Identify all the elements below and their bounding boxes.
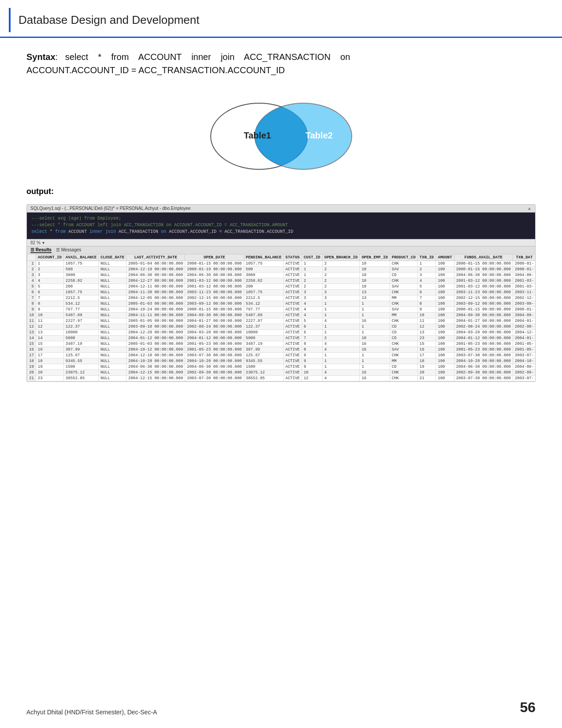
cell-funds-avail-date: 2003-09-12 00:00:00.000 (454, 301, 513, 307)
cell-amount: 100 (436, 330, 454, 336)
cell-txn-dat: 2003-11- (513, 290, 535, 295)
row-number: 10 (27, 313, 36, 318)
cell-txn-dat: 2003-09- (513, 301, 535, 307)
cell-funds-avail-date: 2001-05-23 00:00:00.000 (454, 347, 513, 353)
cell-txn-dat: 2000-01- (513, 307, 535, 313)
sql-editor: ---select avg (age) from Employee; ---se… (27, 213, 535, 239)
cell-open-branch-id: 3 (322, 295, 360, 301)
cell-txn-id: 2 (417, 267, 435, 273)
sql-tabs: ☰ Results ☰ Messages (27, 246, 535, 254)
cell-amount: 100 (436, 267, 454, 273)
cell-account-id: 18 (36, 358, 63, 364)
cell-open-branch-id: 2 (322, 284, 360, 290)
row-number: 3 (27, 273, 36, 278)
table-row: 661057.75NULL2004-11-30 00:00:00.0002003… (27, 290, 536, 295)
cell-close-date: NULL (99, 330, 127, 336)
cell-close-date: NULL (99, 324, 127, 330)
cell-product-cd: SAV (390, 307, 417, 313)
table-row: 22500NULL2004-12-19 00:00:00.0002000-01-… (27, 267, 536, 273)
cell-txn-id: 16 (417, 347, 435, 353)
cell-cust-id: 7 (301, 336, 322, 341)
cell-open-date: 2004-06-30 00:00:00.000 (185, 273, 244, 278)
cell-open-date: 2003-07-30 00:00:00.000 (185, 376, 244, 381)
cell-avail-balance: 5000 (63, 336, 98, 341)
cell-status: ACTIVE (283, 364, 301, 370)
cell-avail-balance: 3000 (63, 273, 98, 278)
col-txn-dat: TXN_DAT (513, 254, 535, 261)
cell-amount: 100 (436, 370, 454, 376)
row-number: 5 (27, 284, 36, 290)
cell-product-cd: MM (390, 295, 417, 301)
cell-open-branch-id: 2 (322, 336, 360, 341)
cell-funds-avail-date: 2004-03-28 00:00:00.000 (454, 330, 513, 336)
cell-funds-avail-date: 2004-06-30 00:00:00.000 (454, 273, 513, 278)
cell-txn-dat: 2004-01- (513, 318, 535, 324)
scroll-up-icon[interactable]: ▲ (527, 206, 532, 211)
cell-status: ACTIVE (283, 376, 301, 381)
cell-account-id: 7 (36, 295, 63, 301)
cell-amount: 100 (436, 336, 454, 341)
cell-status: ACTIVE (283, 284, 301, 290)
cell-product-cd: SAV (390, 284, 417, 290)
cell-txn-id: 17 (417, 353, 435, 358)
zoom-dropdown-icon[interactable]: ▾ (42, 240, 45, 245)
cell-pending-balance: 2258.02 (244, 278, 283, 284)
col-cust-id: CUST_ID (301, 254, 322, 261)
venn-table2-label: Table2 (305, 131, 333, 140)
cell-account-id: 9 (36, 307, 63, 313)
cell-cust-id: 1 (301, 261, 322, 267)
table-row: 11112227.97NULL2005-01-05 00:00:00.00020… (27, 318, 536, 324)
col-open-emp-id: OPEN_EMP_ID (360, 254, 390, 261)
cell-open-emp-id: 16 (360, 347, 390, 353)
cell-avail-balance: 2227.97 (63, 318, 98, 324)
cell-open-emp-id: 16 (360, 376, 390, 381)
row-number: 7 (27, 295, 36, 301)
venn-table1-label: Table1 (244, 131, 271, 140)
page-footer: Achyut Dhital (HND/Frist Semester), Dec-… (0, 699, 562, 716)
cell-avail-balance: 534.12 (63, 301, 98, 307)
cell-close-date: NULL (99, 376, 127, 381)
row-number: 14 (27, 336, 36, 341)
sql-window: SQLQuery1.sql - (...PERSONAL\Deli (62))*… (26, 204, 536, 382)
table-row: 202023075.12NULL2004-12-15 00:00:00.0002… (27, 370, 536, 376)
cell-cust-id: 10 (301, 370, 322, 376)
cell-amount: 100 (436, 364, 454, 370)
cell-open-date: 2001-03-12 00:00:00.000 (185, 284, 244, 290)
cell-avail-balance: 500 (63, 267, 98, 273)
cell-open-branch-id: 2 (322, 267, 360, 273)
cell-product-cd: CHK (390, 261, 417, 267)
cell-open-emp-id: 1 (360, 301, 390, 307)
cell-pending-balance: 10000 (244, 330, 283, 336)
cell-close-date: NULL (99, 284, 127, 290)
cell-txn-dat: 2001-03- (513, 284, 535, 290)
cell-product-cd: CD (390, 364, 417, 370)
table-row: 1616387.99NULL2004-10-12 00:00:00.000200… (27, 347, 536, 353)
cell-txn-dat: 2004-06- (513, 364, 535, 370)
cell-cust-id: 9 (301, 364, 322, 370)
tab-messages[interactable]: ☰ Messages (56, 247, 81, 253)
tab-results[interactable]: ☰ Results (30, 247, 52, 253)
table-row: 1717125.67NULL2004-12-18 00:00:00.000200… (27, 353, 536, 358)
cell-close-date: NULL (99, 336, 127, 341)
cell-open-emp-id: 1 (360, 358, 390, 364)
cell-account-id: 11 (36, 318, 63, 324)
cell-pending-balance: 767.77 (244, 307, 283, 313)
col-status: STATUS (283, 254, 301, 261)
cell-funds-avail-date: 2003-07-30 00:00:00.000 (454, 353, 513, 358)
syntax-label: Syntax (26, 52, 56, 62)
cell-close-date: NULL (99, 261, 127, 267)
cell-product-cd: CD (390, 330, 417, 336)
cell-txn-id: 4 (417, 278, 435, 284)
cell-open-emp-id: 10 (360, 261, 390, 267)
cell-open-branch-id: 1 (322, 353, 360, 358)
cell-amount: 100 (436, 284, 454, 290)
cell-status: ACTIVE (283, 336, 301, 341)
cell-txn-dat: 2000-01- (513, 261, 535, 267)
cell-last-activity-date: 2004-12-28 00:00:00.000 (127, 330, 185, 336)
cell-cust-id: 8 (301, 347, 322, 353)
cell-open-date: 2004-10-28 00:00:00.000 (185, 358, 244, 364)
row-number: 9 (27, 307, 36, 313)
cell-open-emp-id: 10 (360, 267, 390, 273)
cell-product-cd: CHK (390, 278, 417, 284)
row-number: 18 (27, 358, 36, 364)
